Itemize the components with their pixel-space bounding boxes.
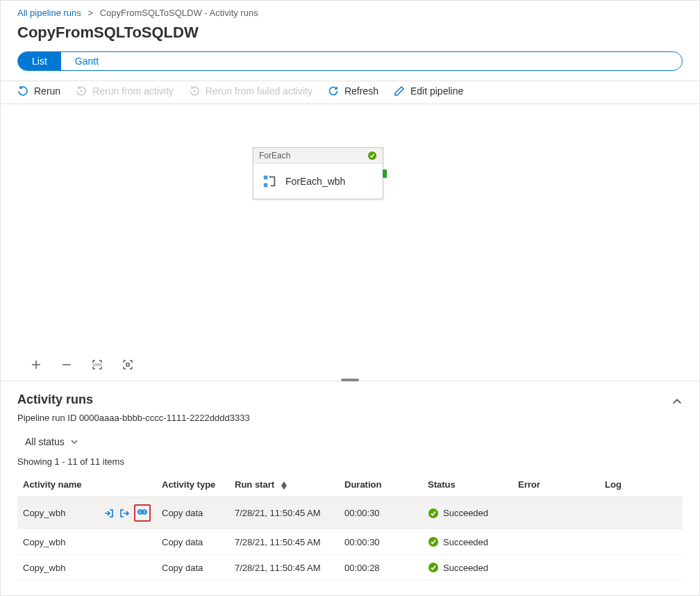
foreach-activity-node[interactable]: ForEach ForEach_wbh	[253, 147, 383, 199]
input-icon[interactable]	[103, 508, 115, 519]
zoom-in-button[interactable]	[30, 358, 42, 371]
activity-name-cell: Copy_wbh	[23, 563, 65, 573]
activity-runs-title: Activity runs	[17, 392, 93, 407]
view-toggle-list[interactable]: List	[18, 52, 61, 70]
sort-indicator-icon	[281, 481, 287, 490]
status-filter-label: All status	[25, 436, 65, 447]
svg-rect-4	[264, 183, 268, 188]
canvas-toolbar: 100%	[30, 358, 134, 371]
details-icon[interactable]	[134, 504, 151, 522]
rerun-from-activity-button: Rerun from activity	[76, 85, 174, 97]
output-port[interactable]	[383, 169, 387, 178]
rerun-from-failed-button: Rerun from failed activity	[189, 85, 312, 97]
success-icon	[428, 536, 439, 547]
view-toggle: List Gantt	[17, 51, 683, 71]
error-cell	[512, 555, 599, 581]
activity-node-name: ForEach_wbh	[285, 176, 345, 187]
rerun-failed-label: Rerun from failed activity	[206, 85, 312, 97]
activity-node-header: ForEach	[253, 148, 383, 164]
zoom-out-button[interactable]	[60, 358, 73, 371]
activity-node-type: ForEach	[259, 151, 290, 160]
success-icon	[428, 562, 439, 573]
svg-text:100%: 100%	[93, 363, 102, 367]
breadcrumb-root-link[interactable]: All pipeline runs	[17, 8, 81, 18]
pipeline-run-id: Pipeline run ID 0000aaaa-bbbb-cccc-1111-…	[17, 413, 683, 423]
items-count: Showing 1 - 11 of 11 items	[17, 456, 683, 467]
refresh-label: Refresh	[344, 85, 378, 97]
zoom-fit-button[interactable]	[122, 358, 134, 371]
svg-point-1	[193, 90, 195, 92]
breadcrumb-current: CopyFromSQLToSQLDW - Activity runs	[100, 8, 258, 18]
chevron-down-icon	[70, 438, 78, 446]
table-row[interactable]: Copy_wbhCopy data7/28/21, 11:50:45 AM00:…	[17, 497, 683, 529]
activity-name-cell: Copy_wbh	[23, 508, 65, 518]
success-icon	[428, 508, 439, 519]
view-toggle-gantt[interactable]: Gantt	[61, 52, 112, 70]
collapse-panel-button[interactable]	[672, 396, 683, 407]
toolbar: Rerun Rerun from activity Rerun from fai…	[1, 81, 699, 104]
rerun-activity-label: Rerun from activity	[92, 85, 174, 97]
status-cell: Succeeded	[443, 508, 488, 518]
col-duration[interactable]: Duration	[339, 472, 422, 497]
activity-runs-table-wrapper[interactable]: Activity name Activity type Run start Du…	[17, 472, 683, 595]
table-row[interactable]: Copy_wbhCopy data7/28/21, 11:50:45 AM00:…	[17, 555, 683, 581]
panel-resize-handle[interactable]	[341, 379, 359, 381]
col-status[interactable]: Status	[422, 472, 512, 497]
duration-cell: 00:00:30	[339, 497, 422, 529]
edit-icon	[394, 85, 405, 97]
svg-rect-6	[126, 363, 129, 366]
duration-cell: 00:00:30	[339, 529, 422, 555]
breadcrumb-separator: >	[83, 8, 97, 18]
duration-cell: 00:00:28	[339, 555, 422, 581]
refresh-button[interactable]: Refresh	[328, 85, 378, 97]
activity-name-cell: Copy_wbh	[23, 537, 65, 547]
success-icon	[367, 151, 377, 160]
status-cell: Succeeded	[443, 563, 488, 573]
pipeline-canvas[interactable]: ForEach ForEach_wbh 100%	[1, 104, 699, 381]
activity-type-cell: Copy data	[156, 529, 229, 555]
activity-runs-panel: Activity runs Pipeline run ID 0000aaaa-b…	[1, 381, 699, 595]
run-start-cell: 7/28/21, 11:50:45 AM	[229, 529, 339, 555]
col-run-start[interactable]: Run start	[229, 472, 339, 497]
foreach-icon	[262, 174, 277, 189]
activity-runs-table: Activity name Activity type Run start Du…	[17, 472, 683, 581]
error-cell	[512, 497, 599, 529]
activity-type-cell: Copy data	[156, 497, 229, 529]
svg-rect-3	[264, 176, 268, 180]
col-error[interactable]: Error	[512, 472, 599, 497]
edit-pipeline-button[interactable]: Edit pipeline	[394, 85, 463, 97]
activity-node-body: ForEach_wbh	[253, 164, 383, 199]
rerun-label: Rerun	[34, 85, 60, 97]
zoom-reset-button[interactable]: 100%	[91, 358, 103, 371]
breadcrumb: All pipeline runs > CopyFromSQLToSQLDW -…	[1, 1, 699, 19]
output-icon[interactable]	[119, 508, 130, 519]
refresh-icon	[328, 85, 339, 97]
col-activity-type[interactable]: Activity type	[156, 472, 229, 497]
col-run-start-label: Run start	[235, 479, 274, 490]
log-cell	[599, 555, 683, 581]
col-log[interactable]: Log	[599, 472, 683, 497]
rerun-icon	[17, 85, 28, 97]
run-start-cell: 7/28/21, 11:50:45 AM	[229, 555, 339, 581]
activity-type-cell: Copy data	[156, 555, 229, 581]
run-start-cell: 7/28/21, 11:50:45 AM	[229, 497, 339, 529]
edit-label: Edit pipeline	[410, 85, 463, 97]
col-activity-name[interactable]: Activity name	[17, 472, 156, 497]
rerun-activity-icon	[76, 85, 87, 97]
status-filter-dropdown[interactable]: All status	[17, 433, 683, 451]
log-cell	[599, 529, 683, 555]
rerun-failed-icon	[189, 85, 200, 97]
page-title: CopyFromSQLToSQLDW	[17, 24, 683, 42]
status-cell: Succeeded	[443, 537, 488, 547]
table-row[interactable]: Copy_wbhCopy data7/28/21, 11:50:45 AM00:…	[17, 529, 683, 555]
rerun-button[interactable]: Rerun	[17, 85, 60, 97]
error-cell	[512, 529, 599, 555]
log-cell	[599, 497, 683, 529]
svg-point-0	[81, 90, 83, 92]
